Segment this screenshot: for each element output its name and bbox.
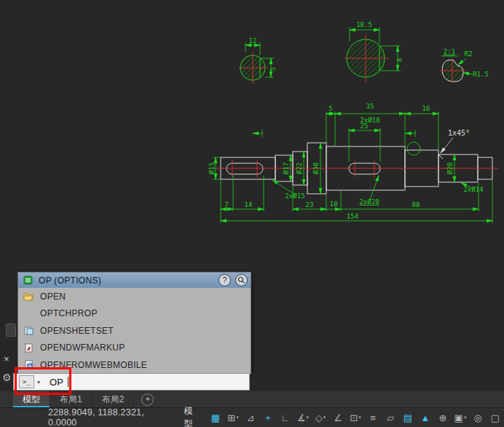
recent-commands-caret-icon[interactable]: ▾	[37, 379, 40, 385]
dimension-label: 80	[412, 201, 420, 208]
dimension-label: R2	[465, 50, 473, 58]
dropdown-caret-icon[interactable]: ▾	[307, 415, 310, 420]
autocomplete-item-label: OPENSHEETSET	[40, 326, 114, 336]
dimension-label: 2xØ20	[359, 198, 379, 205]
dimension-label: 5	[328, 105, 332, 112]
dimension-label: 14	[245, 201, 253, 208]
model-space-button[interactable]: 模型	[178, 410, 207, 426]
autocomplete-item-label: OPENFROMWEBMOBILE	[40, 360, 147, 370]
text-cursor	[68, 377, 68, 387]
dimension-label: Ø17	[283, 162, 290, 174]
status-toggle-icons: ▦⊞▾⊿+∟∡▾◇▾∠⊡▾≡▱▤▲⊕▣▾◎▢	[207, 408, 504, 427]
autocomplete-item-label: OPENDWFMARKUP	[40, 342, 125, 353]
command-line-bar[interactable]: >_ ▾ OP	[13, 373, 250, 391]
command-autocomplete-popup: OP (OPTIONS) ? OPEN OPTCHPROP OPENSHEETS…	[17, 272, 251, 375]
dimension-label: 35	[366, 103, 374, 110]
dynamic-input-icon-glyph: +	[265, 412, 271, 423]
lineweight-icon[interactable]: ≡	[364, 410, 382, 426]
selected-command-label: OP (OPTIONS)	[39, 275, 101, 286]
autoscale-icon[interactable]: ⊕	[434, 410, 452, 426]
palette-autohide-grip[interactable]	[6, 324, 16, 337]
layout-tab-bar: 模型 布局1 布局2 +	[0, 391, 504, 407]
autocomplete-item-label: OPEN	[40, 291, 66, 302]
dimension-label: R1.5	[473, 71, 489, 78]
autocomplete-item-opensheetset[interactable]: OPENSHEETSET	[18, 322, 251, 340]
lineweight-icon-glyph: ≡	[370, 412, 376, 423]
autoscale-icon-glyph: ⊕	[439, 412, 447, 423]
polar-tracking-icon-glyph: ∡	[297, 412, 306, 423]
dimension-label: 2xØ15	[285, 192, 304, 200]
tab-model[interactable]: 模型	[13, 391, 50, 407]
dimension-label: 2:1	[444, 48, 455, 55]
web-mobile-icon	[23, 360, 34, 369]
selection-cycling-icon-glyph: ▤	[403, 412, 412, 423]
status-bar: 2288.9049, 1188.2321, 0.0000 模型 ▦⊞▾⊿+∟∡▾…	[0, 407, 504, 427]
dimension-label: Ø15	[208, 162, 216, 174]
help-icon[interactable]: ?	[218, 274, 231, 286]
infer-constraints-icon-glyph: ⊿	[247, 412, 255, 423]
coordinates-readout[interactable]: 2288.9049, 1188.2321, 0.0000	[42, 407, 178, 427]
dimension-label: 16	[422, 105, 430, 112]
autocomplete-item-openfromwebmobile[interactable]: OPENFROMWEBMOBILE	[18, 356, 251, 374]
object-snap-icon[interactable]: ⊡▾	[347, 410, 364, 426]
ortho-mode-icon[interactable]: ∟	[277, 410, 294, 426]
dropdown-caret-icon[interactable]: ▾	[236, 415, 239, 420]
snap-mode-icon[interactable]: ⊞▾	[224, 410, 242, 426]
ortho-mode-icon-glyph: ∟	[281, 412, 291, 423]
annotation-scale-icon-glyph: ▣	[454, 412, 463, 423]
dropdown-caret-icon[interactable]: ▾	[323, 415, 326, 420]
dimension-label: 10	[330, 200, 338, 208]
dimension-label: 6	[396, 58, 403, 61]
dynamic-input-icon[interactable]: +	[259, 410, 277, 426]
snap-mode-icon-glyph: ⊞	[227, 412, 235, 423]
dimension-label: 18.5	[356, 21, 372, 28]
tab-layout1[interactable]: 布局1	[50, 391, 92, 407]
dimension-label: 1x45°	[448, 129, 470, 137]
folder-open-icon	[23, 292, 34, 301]
autocomplete-item-optchprop[interactable]: OPTCHPROP	[18, 305, 251, 323]
annotation-scale-icon[interactable]: ▣▾	[452, 410, 469, 426]
polar-tracking-icon[interactable]: ∡▾	[294, 410, 312, 426]
command-input-value[interactable]: OP	[50, 377, 63, 388]
command-window-close-icon[interactable]: ×	[4, 354, 9, 364]
dropdown-caret-icon[interactable]: ▾	[464, 415, 467, 420]
clean-screen-icon[interactable]: ▢	[487, 410, 504, 426]
dimension-label: Ø20	[446, 162, 454, 174]
osnap-tracking-icon-glyph: ∠	[334, 412, 342, 423]
autocomplete-item-open[interactable]: OPEN	[18, 288, 251, 305]
dimension-label: 7	[224, 201, 228, 208]
tab-layout2[interactable]: 布局2	[92, 391, 135, 407]
command-prompt-icon: >_	[19, 375, 34, 388]
dropdown-caret-icon[interactable]: ▾	[358, 415, 361, 420]
cross-section-views	[240, 39, 385, 80]
sheet-set-icon	[23, 326, 34, 335]
selection-cycling-icon[interactable]: ▤	[399, 410, 417, 426]
autocomplete-selected-row[interactable]: OP (OPTIONS) ?	[18, 273, 251, 288]
dimension-label: 12	[249, 37, 257, 44]
isometric-drafting-icon[interactable]: ◇▾	[312, 410, 329, 426]
clean-screen-icon-glyph: ▢	[491, 412, 500, 423]
autocomplete-item-opendwfmarkup[interactable]: OPENDWFMARKUP	[18, 340, 251, 357]
infer-constraints-icon[interactable]: ⊿	[242, 410, 259, 426]
command-customize-icon[interactable]: ⚙	[2, 373, 12, 383]
dimension-label: 23	[306, 201, 314, 208]
dimension-label: 2xØ14	[463, 186, 483, 193]
chamfer-leader	[441, 138, 453, 153]
dimension-label: 25	[361, 122, 369, 130]
grid-icon[interactable]: ▦	[207, 410, 224, 426]
dimension-label: Ø30	[312, 162, 320, 174]
grid-icon-glyph: ▦	[211, 412, 220, 423]
new-layout-button[interactable]: +	[141, 393, 154, 406]
isolate-objects-icon-glyph: ◎	[473, 412, 481, 423]
dwf-markup-icon	[23, 343, 34, 353]
dimension-label: 5	[269, 67, 277, 71]
osnap-tracking-icon[interactable]: ∠	[329, 410, 347, 426]
transparency-icon[interactable]: ▱	[382, 410, 399, 426]
isolate-objects-icon[interactable]: ◎	[469, 410, 487, 426]
search-icon[interactable]	[235, 274, 248, 286]
dimension-label: Ø22	[296, 162, 303, 174]
isometric-drafting-icon-glyph: ◇	[315, 412, 323, 423]
annotation-visibility-icon[interactable]: ▲	[417, 410, 434, 426]
options-command-icon	[22, 275, 34, 285]
annotation-visibility-icon-glyph: ▲	[421, 412, 430, 423]
